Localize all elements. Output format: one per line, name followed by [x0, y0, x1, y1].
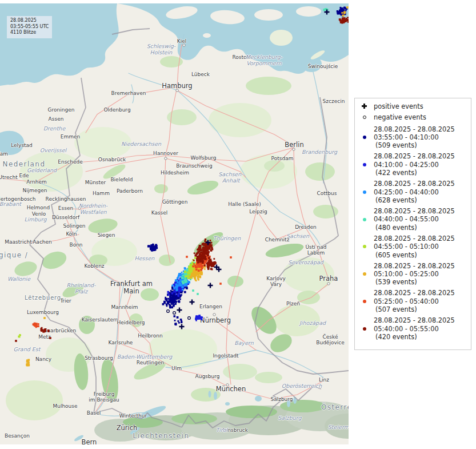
lightning-event-dot	[169, 296, 171, 299]
bucket-line: 04:40:00 - 04:55:00	[374, 215, 455, 223]
legend-bucket-row: 28.08.2025 - 28.08.202504:25:00 - 04:40:…	[355, 180, 471, 204]
legend-bucket-row: 28.08.2025 - 28.08.202505:40:00 - 05:55:…	[355, 316, 471, 341]
lightning-event-dot	[197, 262, 199, 264]
lightning-event-dot	[171, 297, 173, 299]
lightning-event-dot	[175, 303, 177, 305]
lightning-event-dot	[198, 264, 201, 267]
lightning-event-dot	[167, 293, 170, 296]
bucket-line: 28.08.2025 - 28.08.2025	[374, 316, 455, 324]
bucket-line: (628 events)	[374, 196, 455, 204]
lightning-event-dot	[186, 281, 187, 283]
lightning-event-dot	[211, 244, 213, 246]
lightning-event-dot	[192, 289, 194, 292]
lightning-event-dot	[188, 281, 190, 283]
positive-event-marker	[208, 283, 213, 288]
bucket-line: (480 events)	[374, 224, 455, 232]
lightning-event-dot	[186, 256, 188, 258]
lightning-event-dot	[19, 334, 21, 336]
bucket-text: 28.08.2025 - 28.08.202505:25:00 - 05:40:…	[374, 289, 455, 313]
bucket-color-dot-icon	[355, 300, 374, 303]
lightning-event-dot	[193, 263, 195, 265]
bucket-text: 28.08.2025 - 28.08.202504:40:00 - 04:55:…	[374, 207, 455, 232]
lightning-event-dot	[43, 329, 45, 331]
lightning-event-dot	[34, 324, 36, 326]
lightning-event-dot	[177, 284, 179, 286]
lightning-event-dot	[195, 255, 197, 257]
bucket-line: (605 events)	[374, 251, 455, 259]
info-strike-count: 4110 Blitze	[10, 30, 49, 36]
lightning-event-dot	[165, 298, 166, 300]
lightning-event-dot	[345, 8, 346, 10]
lightning-event-dot	[204, 265, 206, 267]
lightning-event-dot	[152, 245, 154, 247]
lightning-event-dot	[187, 275, 189, 277]
lightning-event-dot	[173, 315, 175, 317]
lightning-event-dot	[171, 301, 174, 303]
bucket-line: (507 events)	[374, 305, 455, 313]
lightning-event-dot	[171, 306, 173, 308]
lightning-event-dot	[198, 279, 199, 281]
lightning-event-dot	[166, 305, 168, 307]
lightning-event-dot	[156, 245, 158, 247]
legend-bucket-list: 28.08.2025 - 28.08.202503:55:00 - 04:10:…	[355, 125, 471, 341]
lightning-event-dot	[198, 259, 201, 261]
positive-event-marker	[177, 308, 182, 313]
page: { "info_box": { "bg": "#d9e6ef", "line1"…	[0, 0, 476, 449]
legend-bucket-row: 28.08.2025 - 28.08.202504:10:00 - 04:25:…	[355, 152, 471, 177]
lightning-event-dot	[184, 271, 186, 273]
lightning-event-dot	[204, 260, 206, 263]
negative-events-icon	[355, 116, 374, 119]
lightning-event-dot	[341, 12, 343, 14]
lightning-event-dot	[204, 240, 206, 242]
lightning-event-dot	[219, 283, 222, 285]
lightning-event-dot	[200, 269, 202, 271]
bucket-line: 04:55:00 - 05:10:00	[374, 243, 455, 251]
lightning-event-dot	[195, 271, 198, 273]
lightning-event-dot	[201, 249, 203, 252]
lightning-event-dot	[27, 359, 30, 361]
legend-bucket-row: 28.08.2025 - 28.08.202504:55:00 - 05:10:…	[355, 235, 471, 259]
lightning-event-dot	[342, 7, 343, 9]
lightning-event-dot	[202, 257, 204, 259]
bucket-line: 04:25:00 - 04:40:00	[374, 188, 455, 196]
lightning-event-dot	[204, 268, 206, 270]
bucket-line: 05:10:00 - 05:25:00	[374, 270, 455, 278]
lightning-event-dot	[177, 277, 179, 280]
lightning-event-dot	[190, 264, 192, 266]
lightning-event-dot	[208, 257, 210, 259]
lightning-event-dot	[205, 239, 206, 240]
lightning-event-dot	[213, 258, 215, 260]
lightning-event-dot	[186, 287, 188, 289]
lightning-event-dot	[180, 274, 182, 276]
lightning-event-dot	[202, 259, 203, 261]
lightning-event-dot	[186, 279, 187, 281]
lightning-event-dot	[199, 317, 201, 319]
lightning-event-dot	[18, 336, 20, 338]
lightning-event-dot	[179, 283, 181, 285]
lightning-overlay	[0, 3, 349, 444]
lightning-event-dot	[38, 323, 39, 325]
bucket-line: (539 events)	[374, 278, 455, 286]
lightning-event-dot	[179, 288, 181, 290]
lightning-event-dot	[183, 280, 185, 281]
lightning-event-dot	[213, 265, 214, 267]
lightning-map[interactable]: KielRostockLübeckHamburgBremerhavenŚwino…	[0, 3, 349, 444]
bucket-line: 28.08.2025 - 28.08.2025	[374, 125, 455, 133]
lightning-event-dot	[202, 261, 203, 263]
negative-event-marker	[173, 312, 176, 315]
lightning-event-dot	[199, 246, 201, 248]
bucket-color-dot-icon	[355, 136, 374, 139]
lightning-event-dot	[35, 327, 37, 328]
lightning-event-dot	[205, 258, 207, 260]
legend-bucket-row: 28.08.2025 - 28.08.202504:40:00 - 04:55:…	[355, 207, 471, 232]
bucket-text: 28.08.2025 - 28.08.202505:40:00 - 05:55:…	[374, 316, 455, 341]
lightning-event-dot	[173, 304, 175, 305]
lightning-event-dot	[182, 275, 183, 276]
lightning-event-dot	[166, 303, 168, 305]
lightning-event-dot	[177, 320, 179, 322]
lightning-event-dot	[339, 7, 341, 9]
lightning-event-dot	[203, 253, 206, 256]
lightning-event-dot	[204, 252, 206, 253]
lightning-event-dot	[41, 330, 42, 332]
lightning-event-dot	[345, 19, 347, 22]
